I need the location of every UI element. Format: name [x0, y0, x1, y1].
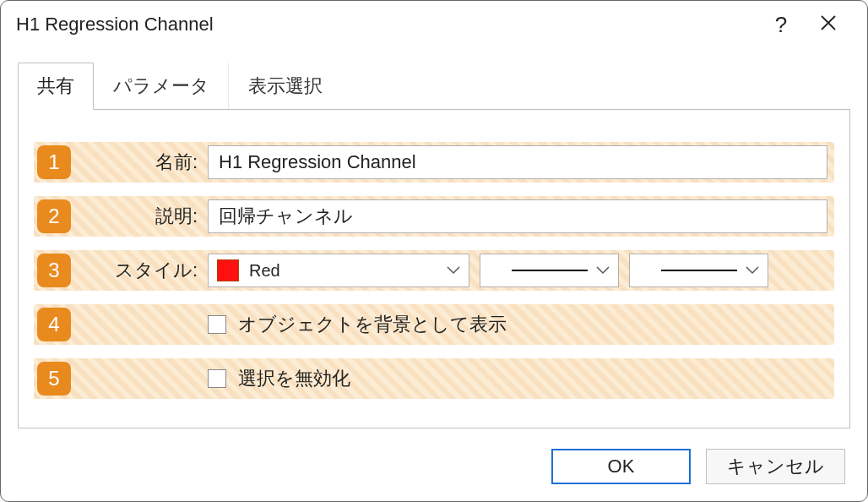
draw-as-background-checkbox[interactable]: [208, 315, 226, 334]
help-button[interactable]: ?: [757, 1, 805, 48]
row-draw-as-background: 4 オブジェクトを背景として表示: [34, 304, 834, 345]
callout-badge-5: 5: [37, 362, 71, 396]
chevron-down-icon: [596, 266, 610, 275]
titlebar: H1 Regression Channel ?: [1, 1, 867, 48]
tab-common[interactable]: 共有: [18, 63, 94, 110]
checkbox-row: オブジェクトを背景として表示: [208, 312, 507, 337]
tab-label: 共有: [37, 75, 74, 96]
callout-badge-4: 4: [37, 308, 71, 341]
chevron-down-icon: [447, 266, 460, 275]
callout-badge-1: 1: [37, 145, 71, 179]
disable-selection-label: 選択を無効化: [238, 366, 350, 391]
tab-label: 表示選択: [248, 75, 323, 96]
row-disable-selection: 5 選択を無効化: [34, 358, 834, 399]
disable-selection-checkbox[interactable]: [208, 369, 226, 388]
line-width-dropdown[interactable]: [629, 254, 768, 287]
description-input[interactable]: 回帰チャンネル: [208, 199, 827, 233]
line-width-sample: [661, 270, 737, 271]
cancel-button-label: キャンセル: [727, 454, 824, 479]
line-style-sample: [512, 270, 588, 271]
tabs-container: 共有 パラメータ 表示選択 1 名前: H1 Regression Channe…: [18, 62, 850, 428]
close-icon: [820, 14, 837, 35]
row-style: 3 スタイル: Red: [34, 250, 834, 291]
chevron-down-icon: [746, 266, 759, 275]
dialog-window: H1 Regression Channel ? 共有 パラメータ 表示選択 1 …: [0, 0, 868, 502]
color-dropdown[interactable]: Red: [208, 254, 469, 287]
cancel-button[interactable]: キャンセル: [706, 449, 845, 484]
name-input-value: H1 Regression Channel: [219, 151, 416, 173]
tab-display[interactable]: 表示選択: [229, 63, 341, 110]
color-dropdown-value: Red: [249, 261, 280, 281]
callout-badge-3: 3: [37, 254, 71, 287]
row-name: 1 名前: H1 Regression Channel: [34, 142, 834, 183]
callout-badge-2: 2: [37, 199, 71, 233]
tab-label: パラメータ: [113, 75, 209, 96]
checkbox-row: 選択を無効化: [208, 366, 350, 391]
ok-button-label: OK: [608, 456, 635, 477]
row-description: 2 説明: 回帰チャンネル: [34, 196, 834, 237]
tab-panel: 1 名前: H1 Regression Channel 2 説明: 回帰チャンネ…: [18, 109, 850, 428]
name-input[interactable]: H1 Regression Channel: [208, 145, 827, 179]
tab-bar: 共有 パラメータ 表示選択: [18, 62, 850, 109]
label-name: 名前:: [110, 150, 203, 175]
ok-button[interactable]: OK: [551, 449, 691, 484]
draw-as-background-label: オブジェクトを背景として表示: [238, 312, 507, 337]
style-group: Red: [208, 254, 827, 287]
color-swatch: [217, 259, 239, 281]
line-style-dropdown[interactable]: [480, 254, 619, 287]
description-input-value: 回帰チャンネル: [219, 204, 353, 229]
tab-parameters[interactable]: パラメータ: [94, 63, 229, 110]
close-button[interactable]: [805, 1, 852, 48]
label-style: スタイル:: [110, 258, 203, 283]
label-description: 説明:: [110, 204, 203, 229]
dialog-footer: OK キャンセル: [551, 449, 845, 484]
window-title: H1 Regression Channel: [16, 14, 757, 35]
